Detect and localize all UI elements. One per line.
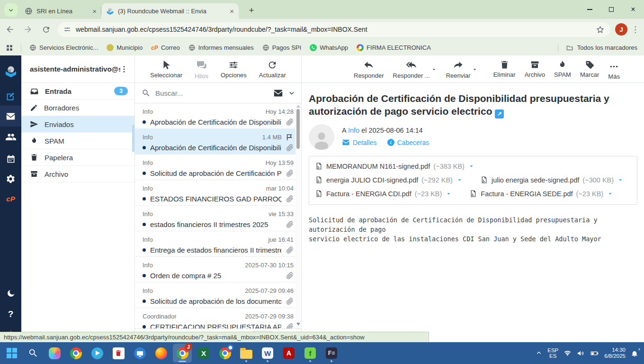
reload-button[interactable]: [38, 21, 54, 37]
taskbar-telegram[interactable]: [88, 344, 107, 363]
notifications-bell[interactable]: z: [631, 349, 638, 357]
taskbar-facturador-app[interactable]: F≡: [322, 344, 341, 363]
more-button[interactable]: Más: [608, 60, 620, 80]
download-caret-icon[interactable]: [607, 190, 614, 197]
dark-mode-moon-icon[interactable]: [0, 283, 21, 304]
message-row-selected[interactable]: Info1.4 MB Aprobación de Certificación d…: [135, 129, 295, 155]
cpanel-icon[interactable]: cP: [0, 188, 21, 209]
bookmark-whatsapp[interactable]: WhatsApp: [305, 44, 352, 51]
attachment-name[interactable]: julio energia sede-signed.pdf: [492, 176, 579, 184]
new-tab-button[interactable]: +: [245, 4, 258, 17]
tab-close-icon[interactable]: ×: [230, 8, 234, 15]
account-menu-icon[interactable]: ⋮: [120, 64, 128, 73]
list-scrollbar[interactable]: [295, 103, 301, 328]
language-indicator[interactable]: ESP ES: [547, 347, 558, 359]
message-row[interactable]: InfoHoy 14:28 Aprobación de Certificació…: [135, 103, 295, 129]
taskbar-firefox[interactable]: [152, 344, 170, 363]
recipient-link[interactable]: Info: [348, 127, 359, 134]
taskbar-remote-desktop[interactable]: [130, 344, 149, 363]
forward-button[interactable]: [20, 21, 36, 37]
bookmark-servicios[interactable]: Servicios Electrónic...: [25, 44, 102, 51]
folder-papelera[interactable]: Papelera: [21, 149, 134, 166]
scroll-up-arrow[interactable]: [296, 105, 300, 108]
folder-archivo[interactable]: Archivo: [21, 166, 134, 182]
attachment-name[interactable]: MEMORANDUM N161-signed.pdf: [326, 163, 430, 170]
maximize-button[interactable]: [600, 0, 622, 19]
message-row[interactable]: Infomar 10:04 ESTADOS FINANCIEROS GAD PA…: [135, 180, 295, 206]
mark-button[interactable]: Marcar: [580, 60, 599, 78]
tab-roundcube[interactable]: (3) Roundcube Webmail :: Envia ×: [101, 3, 239, 19]
folder-enviados[interactable]: Enviados: [21, 116, 134, 133]
select-button[interactable]: Seleccionar: [150, 60, 182, 79]
attachment-chip[interactable]: energia JULIO CDI-signed.pdf (~292 KB): [315, 173, 463, 186]
taskbar-chrome-active[interactable]: J: [173, 344, 192, 363]
attachment-chip[interactable]: MEMORANDUM N161-signed.pdf (~383 KB): [315, 160, 475, 173]
clock[interactable]: 14:30 6/8/2025: [604, 347, 626, 359]
taskbar-recycle-app[interactable]: [109, 344, 128, 363]
start-button[interactable]: [2, 344, 21, 363]
browser-menu-icon[interactable]: ⋮: [631, 25, 639, 35]
taskbar-search[interactable]: [24, 344, 43, 363]
mail-icon[interactable]: [0, 106, 21, 127]
attachment-name[interactable]: energia JULIO CDI-signed.pdf: [326, 176, 418, 184]
message-row[interactable]: Info2025-07-29 09:46 Solicitud de aproba…: [135, 282, 295, 308]
taskbar-word[interactable]: W: [258, 344, 277, 363]
bookmark-informes[interactable]: Informes mensuales: [184, 44, 258, 51]
forward-button[interactable]: Reenviar: [446, 60, 471, 79]
minimize-button[interactable]: [579, 0, 600, 19]
message-row[interactable]: Infovie 15:33 estados financieros II tri…: [135, 206, 295, 231]
address-bar[interactable]: webmail.sanjuan.gob.ec/cpsess1525424746/…: [58, 22, 610, 37]
help-icon[interactable]: ?: [0, 304, 21, 325]
message-row[interactable]: InfoHoy 13:59 Solicitud de aprobación de…: [135, 155, 295, 180]
attachment-chip[interactable]: Factura - ENERGIA SEDE.pdf (~23 KB): [469, 187, 614, 200]
bookmark-pagos[interactable]: Pagos SPI: [258, 44, 305, 51]
folder-entrada[interactable]: Entrada 3: [21, 83, 134, 100]
folder-spam[interactable]: SPAM: [21, 133, 134, 149]
archive-button[interactable]: Archivo: [525, 60, 545, 78]
bookmark-correo[interactable]: cP Correo: [147, 44, 184, 51]
taskbar-acrobat[interactable]: A: [279, 344, 298, 363]
download-caret-icon[interactable]: [445, 190, 452, 197]
options-button[interactable]: Opciones: [221, 60, 247, 79]
tab-sri[interactable]: SRI en Línea ×: [20, 3, 101, 19]
bookmark-star-icon[interactable]: [596, 25, 605, 34]
download-caret-icon[interactable]: [468, 163, 475, 170]
close-button[interactable]: ×: [622, 0, 644, 19]
scope-envelope-icon[interactable]: [273, 88, 283, 98]
tab-search-button[interactable]: [4, 3, 18, 17]
download-caret-icon[interactable]: [617, 176, 624, 183]
attachment-chip[interactable]: Factura - ENERGIA CDI.pdf (~23 KB): [315, 187, 452, 200]
reply-all-button[interactable]: Responder ...: [393, 60, 430, 79]
threads-button[interactable]: Hilos: [195, 60, 208, 80]
dropdown-caret-icon[interactable]: [472, 66, 478, 73]
contacts-icon[interactable]: [0, 127, 21, 147]
scroll-down-arrow[interactable]: [296, 323, 300, 326]
chevron-down-icon[interactable]: [288, 89, 295, 97]
download-caret-icon[interactable]: [456, 176, 463, 183]
bookmark-municipio[interactable]: Municipio: [102, 44, 147, 51]
compose-icon[interactable]: [0, 86, 21, 107]
taskbar-signing-app[interactable]: f: [301, 344, 320, 363]
folder-scrollbar-thumb[interactable]: [132, 125, 134, 152]
apps-grid-icon[interactable]: [7, 45, 12, 51]
battery-icon[interactable]: [590, 349, 599, 358]
message-row[interactable]: Coordinador2025-07-29 09:38 CERTIFICACIO…: [135, 308, 295, 328]
tray-chevron-up-icon[interactable]: [536, 350, 542, 356]
headers-link[interactable]: i Cabeceras: [387, 138, 429, 146]
dropdown-caret-icon[interactable]: [431, 66, 437, 73]
taskbar-excel[interactable]: X: [194, 344, 213, 363]
attachment-name[interactable]: Factura - ENERGIA CDI.pdf: [326, 190, 411, 198]
taskbar-file-explorer[interactable]: [237, 344, 256, 363]
bookmark-firma[interactable]: FIRMA ELECTRONICA: [352, 44, 435, 51]
back-button[interactable]: [2, 21, 18, 37]
site-settings-icon[interactable]: [63, 26, 71, 33]
settings-gear-icon[interactable]: [0, 168, 21, 189]
reply-button[interactable]: Responder: [354, 60, 384, 79]
search-input[interactable]: [155, 89, 268, 97]
taskbar-chrome-meet[interactable]: [215, 344, 234, 363]
attachment-chip[interactable]: julio energia sede-signed.pdf (~300 KB): [480, 173, 624, 186]
spam-button[interactable]: SPAM: [554, 60, 571, 78]
details-link[interactable]: Detalles: [342, 138, 377, 146]
tab-close-icon[interactable]: ×: [92, 8, 97, 15]
profile-avatar[interactable]: J: [615, 23, 627, 36]
